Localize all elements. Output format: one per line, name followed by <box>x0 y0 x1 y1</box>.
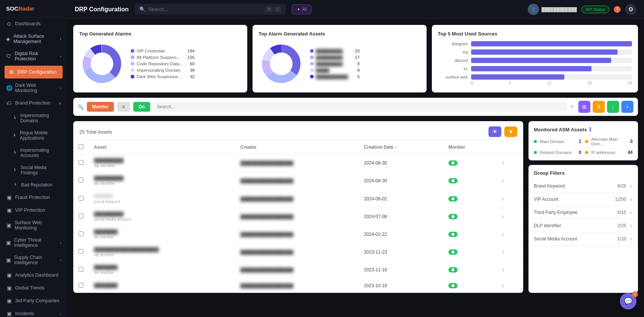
toggle-dot <box>451 197 454 200</box>
expand-chevron[interactable]: ∨ <box>496 226 523 243</box>
ai-button[interactable]: ✦ AI <box>292 5 311 14</box>
sub-icon: ┗ <box>12 151 17 155</box>
row-checkbox[interactable] <box>79 160 83 165</box>
notification-badge[interactable]: 7 <box>614 6 621 13</box>
chevron-down-icon: ∨ <box>629 183 633 189</box>
select-all-checkbox[interactable] <box>79 144 83 149</box>
expand-chevron[interactable]: ∨ <box>496 261 523 279</box>
date-value: 2023-11-23 <box>364 249 387 255</box>
chevron-icon: › <box>60 37 61 41</box>
download-button[interactable]: ↓ <box>607 101 619 113</box>
row-checkbox[interactable] <box>79 196 83 201</box>
row-checkbox[interactable] <box>79 249 83 254</box>
sidebar-item-dashboards[interactable]: ⊙ Dashboards <box>0 17 67 30</box>
table-row: ██████████ dlp identifier ██████████████… <box>73 154 523 172</box>
sidebar-item-attack-surface[interactable]: ◈ Attack Surface Management › <box>0 30 67 48</box>
creator-cell: ██████████████████ <box>235 190 359 208</box>
sidebar-item-drp-config[interactable]: ⚙ DRP Configuration <box>5 66 63 78</box>
expand-chevron[interactable]: ∨ <box>496 243 523 261</box>
alarms-legend: VIP Credential 184 IM Platform Suspicio.… <box>131 49 195 79</box>
sidebar-item-3rd-party[interactable]: ▣ 3rd Party Companies <box>0 294 67 307</box>
sidebar-item-dark-web[interactable]: 🌐 Dark Web Monitoring › <box>0 79 67 97</box>
sidebar-item-global-trends[interactable]: ▣ Global Trends <box>0 282 67 294</box>
sidebar-item-incidents[interactable]: ▣ Incidents › <box>0 307 67 317</box>
expand-chevron[interactable]: ∨ <box>496 154 523 172</box>
eye-view-button[interactable]: 👁 <box>488 126 501 137</box>
chat-button[interactable]: 💬 7 <box>620 293 636 309</box>
top-alarms-card: Top Generated Alarms VIP <box>73 25 247 92</box>
row-checkbox[interactable] <box>79 267 83 272</box>
sidebar-item-brand-protection[interactable]: 🏷 Brand Protection ∨ <box>0 97 67 109</box>
on-filter-button[interactable]: On <box>133 102 150 112</box>
avatar-secondary[interactable]: ⚙ <box>625 4 636 15</box>
3rd-party-icon: ▣ <box>6 298 12 304</box>
group-filter-item[interactable]: VIP Account 12/50 ∨ <box>534 193 633 206</box>
sidebar-item-bad-reputation[interactable]: ┗ Bad Reputation <box>0 179 67 191</box>
sidebar-item-label: Rogue Mobile Applications <box>20 130 61 141</box>
sidebar-item-impersonating-domains[interactable]: ┗ Impersonating Domains <box>0 109 67 127</box>
expand-chevron[interactable]: ∨ <box>496 279 523 293</box>
expand-chevron[interactable]: ∨ <box>496 208 523 226</box>
group-filter-item[interactable]: DLP Identifier 2/25 ∨ <box>534 219 633 232</box>
row-checkbox[interactable] <box>79 178 83 183</box>
asset-value: ██████████ <box>94 212 230 216</box>
search-icon: 🔍 <box>78 104 84 110</box>
column-filter-button[interactable]: ⊞ <box>578 101 590 113</box>
group-filter-item[interactable]: Third Party Employee 0/15 ∨ <box>534 206 633 219</box>
creator-cell: ██████████████████ <box>235 261 359 279</box>
sidebar-item-impersonating-accounts[interactable]: ┗ Impersonating Accounts <box>0 144 67 162</box>
add-button[interactable]: + <box>621 101 633 113</box>
drp-config-icon: ⚙ <box>8 69 14 75</box>
monitor-toggle[interactable] <box>448 249 458 255</box>
monitor-toggle[interactable] <box>448 232 458 237</box>
asset-sublabel: bin number <box>94 235 230 239</box>
group-filter-item[interactable]: Social Media Account 1/10 ∨ <box>534 232 633 246</box>
sidebar-item-surface-web[interactable]: ▣ Surface Web Monitoring <box>0 217 67 234</box>
monitor-toggle[interactable] <box>448 160 458 166</box>
sidebar-item-label: Fraud Protection <box>15 195 50 200</box>
monitor-filter-button[interactable]: Monitor <box>87 102 114 112</box>
row-checkbox[interactable] <box>79 231 83 236</box>
sidebar-item-rogue-mobile[interactable]: ┗ Rogue Mobile Applications <box>0 127 67 144</box>
asset-value: ██████████████████████ <box>94 247 230 252</box>
cmd-key: ⌘ <box>265 6 273 12</box>
asm-card: Monitored ASM Assets ℹ Main Domain 1 Alt… <box>528 121 638 160</box>
legend-count: 8 <box>350 68 360 72</box>
equals-filter-button[interactable]: = <box>117 102 130 112</box>
sidebar-item-cyber-threat[interactable]: ▣ Cyber Threat Intelligence › <box>0 234 67 251</box>
filter-group-count: 2/25 <box>618 223 626 228</box>
bar-track <box>471 74 632 80</box>
expand-chevron[interactable]: ∨ <box>496 190 523 208</box>
expand-chevron[interactable]: ∨ <box>496 172 523 190</box>
table-row: ████████ ██████████████████ 2023-10-19 ∨ <box>73 279 523 293</box>
chevron-down-icon: ∨ <box>59 101 61 105</box>
row-checkbox[interactable] <box>79 283 83 288</box>
group-filter-item[interactable]: Brand Keyword 6/25 ∨ <box>534 180 633 193</box>
creator-cell: ██████████████████ <box>235 226 359 243</box>
row-checkbox[interactable] <box>79 214 83 219</box>
table-row: ████████ bin number ██████████████████ 2… <box>73 261 523 279</box>
asset-cell: ██████████ dlp identifier <box>89 154 235 172</box>
search-bar[interactable]: 🔍 ⌘ K <box>135 4 286 15</box>
clear-filter-button[interactable]: × <box>570 103 574 110</box>
sub-icon: ┗ <box>12 134 17 138</box>
filter-search-input[interactable] <box>153 102 567 112</box>
ai-label: AI <box>302 7 307 12</box>
monitor-toggle[interactable] <box>448 214 458 219</box>
sidebar-item-vip-protection[interactable]: ▣ VIP Protection <box>0 204 67 217</box>
filter-table-button[interactable]: ▼ <box>504 126 517 137</box>
sidebar-item-analytics[interactable]: ▣ Analytics Dashboard <box>0 269 67 282</box>
sidebar-item-social-media[interactable]: ┗ Social Media Findings <box>0 162 67 179</box>
sidebar-item-digital-risk[interactable]: 🛡 Digital Risk Protection › <box>0 48 67 65</box>
monitor-toggle[interactable] <box>448 178 458 183</box>
status-badge: API Status <box>581 6 609 13</box>
sidebar-item-supply-chain[interactable]: ▣ Supply Chain Intelligence › <box>0 251 67 269</box>
sort-filter-button[interactable]: ⇅ <box>593 101 605 113</box>
search-input[interactable] <box>148 6 262 12</box>
chevron-icon: › <box>60 54 61 58</box>
donut-container: VIP Credential 184 IM Platform Suspicio.… <box>79 41 241 86</box>
sidebar-item-fraud-protection[interactable]: ▣ Fraud Protection <box>0 191 67 204</box>
monitor-toggle[interactable] <box>448 283 458 288</box>
monitor-toggle[interactable] <box>448 267 458 272</box>
monitor-toggle[interactable] <box>448 196 458 202</box>
